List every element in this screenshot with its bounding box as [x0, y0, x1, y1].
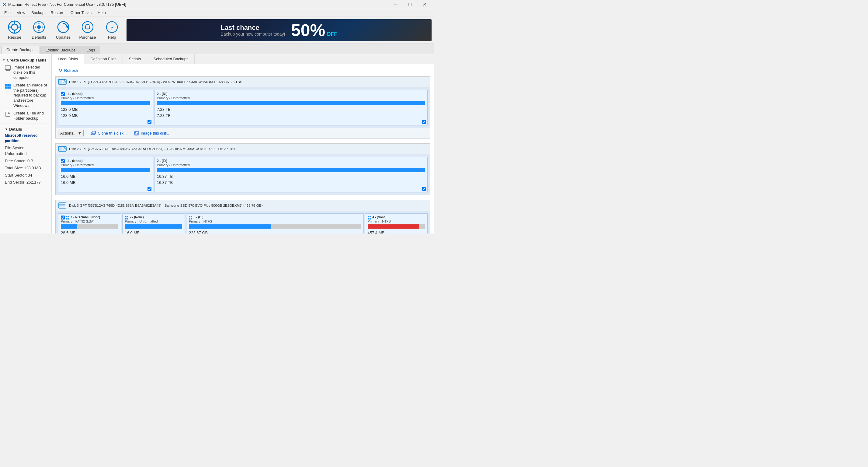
tab-local-disks[interactable]: Local Disks — [52, 54, 84, 64]
disk1-container: Disk 1 GPT [FE32F412-57FF-4926-8A34-14C2… — [55, 77, 430, 139]
purchase-icon — [81, 20, 94, 34]
sidebar-item-file-folder[interactable]: Create a File and Folder backup — [0, 110, 52, 122]
svg-point-7 — [37, 25, 41, 29]
details-label: Details — [9, 127, 22, 132]
d3p1-bar — [61, 224, 118, 229]
svg-rect-29 — [59, 147, 62, 151]
d3p3-win-icon — [189, 216, 192, 220]
help-button[interactable]: ? Help — [100, 18, 124, 42]
svg-point-10 — [82, 22, 93, 33]
ad-banner[interactable]: Last chance Backup your new computer tod… — [126, 19, 432, 41]
disk3-drive-icon — [58, 202, 67, 209]
svg-rect-13 — [5, 66, 11, 69]
d3p3-sizes: 223.67 GB 465.15 GB — [189, 230, 361, 233]
d2p1-checkbox[interactable] — [61, 159, 65, 163]
svg-rect-17 — [8, 84, 11, 86]
menu-other-tasks[interactable]: Other Tasks — [67, 10, 95, 16]
svg-text:?: ? — [111, 26, 113, 30]
close-button[interactable]: ✕ — [417, 0, 432, 9]
maximize-button[interactable]: □ — [403, 0, 417, 9]
d1p1-size1: 128.0 MB — [61, 107, 150, 113]
d1p2-check2[interactable] — [422, 120, 426, 124]
sidebar-item-image-partition[interactable]: Create an image of the partition(s) requ… — [0, 82, 52, 110]
image-disk1-label: Image this disk.. — [141, 131, 169, 136]
d2p2-size2: 16.37 TB — [157, 180, 425, 186]
d3p4-sizes: 457.4 MB 505.0 MB — [368, 230, 425, 233]
defaults-icon — [32, 20, 45, 34]
d3p1-size1: 28.5 MB — [61, 230, 118, 233]
create-backup-tasks-label: Create Backup Tasks — [7, 58, 46, 62]
defaults-button[interactable]: Defaults — [27, 18, 51, 42]
menu-file[interactable]: File — [1, 10, 14, 16]
d2p1-label: 1 - (None) — [67, 159, 83, 163]
tab-definition-files[interactable]: Definition Files — [84, 54, 123, 64]
purchase-button[interactable]: Purchase — [75, 18, 100, 42]
updates-label: Updates — [56, 35, 70, 39]
image-partition-label: Create an image of the partition(s) requ… — [13, 83, 49, 108]
svg-point-31 — [64, 149, 65, 149]
refresh-label: Refresh — [64, 68, 78, 73]
ad-text: Last chance Backup your new computer tod… — [221, 24, 285, 36]
tab-create-backups[interactable]: Create Backups — [1, 46, 40, 54]
d1p1-bar — [61, 101, 150, 105]
tab-scheduled-backups[interactable]: Scheduled Backups — [147, 54, 195, 64]
d3p2-header-row: 2 - (None) — [125, 215, 183, 220]
filesystem-label: File System: — [5, 146, 27, 150]
d2p2-sizes: 16.37 TB 16.37 TB — [157, 174, 425, 185]
menu-help[interactable]: Help — [95, 10, 109, 16]
sidebar-item-image-disks[interactable]: Image selected disks on this computer — [0, 64, 52, 82]
d3p2-label: 2 - (None) — [130, 215, 144, 219]
d3p4-bar-fill — [368, 224, 420, 229]
menu-bar: File View Backup Restore Other Tasks Hel… — [0, 9, 434, 17]
d2p2-size1: 16.37 TB — [157, 174, 425, 180]
d1p1-check2[interactable] — [148, 120, 151, 124]
d3p3-type: Primary - NTFS — [189, 220, 361, 223]
detail-end-sector: End Sector: 262,177 — [2, 179, 49, 186]
d2p2-bar — [157, 168, 425, 172]
d2p1-type: Primary - Unformatted — [61, 163, 150, 167]
help-label: Help — [108, 35, 116, 39]
minimize-button[interactable]: – — [389, 0, 402, 9]
d3p4-label: 4 - (None) — [373, 215, 386, 219]
d1p1-checkbox[interactable] — [61, 92, 65, 96]
d1p2-size2: 7.28 TB — [157, 113, 425, 119]
refresh-button[interactable]: ↻ Refresh — [55, 67, 81, 74]
d3p1-sizes: 28.5 MB 100.0 MB — [61, 230, 118, 233]
rescue-icon — [8, 20, 21, 34]
actions-dropdown-disk1[interactable]: Actions... ▼ — [58, 130, 84, 136]
menu-view[interactable]: View — [14, 10, 28, 16]
d3p3-size1: 223.67 GB — [189, 230, 361, 233]
sidebar-details: ▼ Details Microsoft reserved partition F… — [0, 124, 52, 188]
d2p2-check2[interactable] — [422, 187, 426, 191]
d2p1-bar-fill — [61, 168, 150, 172]
ad-subtext: Backup your new computer today! — [221, 32, 285, 36]
disk2-partitions: 1 - (None) Primary - Unformatted 16.0 MB… — [56, 154, 430, 195]
tab-logs[interactable]: Logs — [82, 46, 100, 54]
clone-disk1-link[interactable]: Clone this disk .. — [91, 131, 126, 136]
partition-name: Microsoft reserved partition — [2, 132, 49, 144]
create-backup-tasks-header[interactable]: ▼ Create Backup Tasks — [0, 57, 52, 64]
d1p2-type: Primary - Unformatted — [157, 96, 425, 100]
image-disk1-link[interactable]: Image this disk.. — [134, 131, 169, 136]
computer-icon — [5, 65, 11, 71]
arrow-icon: ▼ — [2, 58, 5, 62]
d3p1-checkbox[interactable] — [61, 215, 65, 220]
tab-scripts[interactable]: Scripts — [123, 54, 148, 64]
disk-panel: ↻ Refresh Disk 1 GPT [FE32F412-57FF-4926… — [52, 64, 434, 233]
disk2-partition1: 1 - (None) Primary - Unformatted 16.0 MB… — [58, 157, 153, 193]
d2p1-check2[interactable] — [148, 187, 151, 191]
toolbar: Rescue Defaults Updates Purchase — [0, 17, 434, 44]
d3p2-type: Primary - Unformatted — [125, 220, 183, 223]
rescue-button[interactable]: Rescue — [2, 18, 27, 42]
updates-button[interactable]: Updates — [51, 18, 75, 42]
menu-restore[interactable]: Restore — [48, 10, 67, 16]
menu-backup[interactable]: Backup — [28, 10, 48, 16]
title-bar-left: ⊙ Macrium Reflect Free - Not For Commerc… — [2, 2, 126, 7]
d2p2-header-row: 2 - (E:) — [157, 159, 425, 163]
image-disks-label: Image selected disks on this computer — [13, 65, 49, 80]
tab-existing-backups[interactable]: Existing Backups — [40, 46, 81, 54]
app-title: Macrium Reflect Free - Not For Commercia… — [8, 2, 126, 7]
disk3-partition2: 2 - (None) Primary - Unformatted 16.0 MB… — [122, 213, 185, 233]
d1p2-bar-fill — [157, 101, 425, 105]
file-icon — [5, 111, 11, 117]
